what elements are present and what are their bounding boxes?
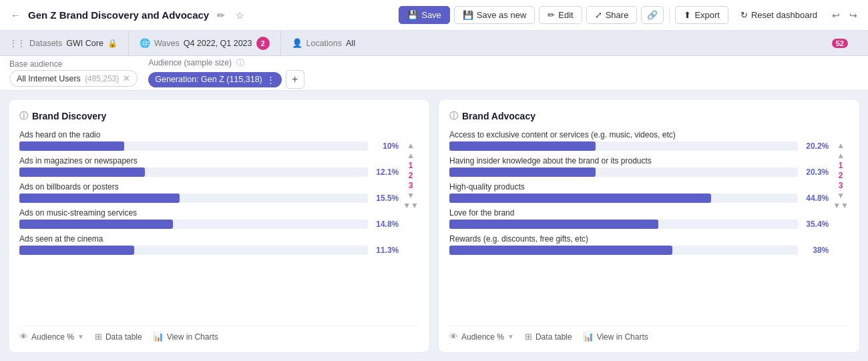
bar-label: Rewards (e.g. discounts, free gifts, etc… (449, 234, 829, 244)
bar-item: Ads seen at the cinema 11.3% (19, 234, 399, 255)
sort-up-arrow2[interactable]: ▲ (407, 151, 415, 160)
ba-sort-up-arrow[interactable]: ▲ (837, 141, 845, 150)
bar-row: 20.2% (449, 141, 829, 151)
ba-data-table-button[interactable]: ⊞ Data table (525, 332, 572, 342)
bar-label: Having insider knowledge about the brand… (449, 156, 829, 165)
brand-discovery-title: ⓘ Brand Discovery (19, 110, 419, 122)
bar-track (449, 246, 798, 255)
bar-item: Love for the brand 35.4% (449, 208, 829, 229)
bar-pct: 15.5% (373, 194, 399, 203)
bar-row: 10% (19, 141, 399, 151)
bar-fill (449, 167, 596, 177)
divider (669, 9, 670, 22)
bar-label: Ads seen at the cinema (19, 234, 399, 244)
save-button[interactable]: 💾 Save (399, 6, 450, 24)
brand-advocacy-info-icon: ⓘ (449, 110, 458, 122)
bar-track (19, 246, 368, 255)
bar-track (19, 167, 368, 177)
bar-item: Ads on music-streaming services 14.8% (19, 208, 399, 229)
ba-data-table-icon: ⊞ (525, 332, 532, 342)
bar-fill (19, 194, 180, 203)
link-button[interactable]: 🔗 (641, 6, 664, 24)
add-audience-button[interactable]: + (286, 70, 304, 89)
redo-icon: ↪ (849, 10, 857, 21)
share-button[interactable]: ⤢ Share (586, 6, 638, 24)
bd-data-table-button[interactable]: ⊞ Data table (95, 332, 142, 342)
edit-title-button[interactable]: ✏ (214, 9, 228, 22)
bar-track (449, 167, 798, 177)
datasets-section: ⋮⋮ Datasets GWI Core 🔒 (9, 31, 129, 55)
bar-fill (449, 194, 711, 203)
bar-item: Having insider knowledge about the brand… (449, 156, 829, 177)
bar-pct: 14.8% (373, 220, 399, 229)
bd-audience-pct-button[interactable]: 👁 Audience % ▼ (19, 332, 84, 342)
view-charts-icon: 📊 (153, 332, 164, 342)
undo-icon: ↩ (832, 10, 840, 21)
redo-button[interactable]: ↪ (847, 9, 860, 22)
bar-item: Rewards (e.g. discounts, free gifts, etc… (449, 234, 829, 255)
star-button[interactable]: ☆ (233, 9, 247, 22)
ba-view-charts-icon: 📊 (583, 332, 594, 342)
bar-row: 38% (449, 246, 829, 255)
audience-more-icon[interactable]: ⋮ (266, 75, 275, 85)
save-as-new-button[interactable]: 💾 Save as new (454, 6, 535, 24)
brand-advocacy-chart: Access to exclusive content or services … (449, 130, 849, 326)
save-as-icon: 💾 (463, 10, 473, 20)
undo-button[interactable]: ↩ (829, 9, 843, 22)
bar-row: 14.8% (19, 220, 399, 229)
ba-audience-pct-button[interactable]: 👁 Audience % ▼ (449, 332, 514, 342)
bar-fill (449, 141, 596, 151)
ba-sort-down-arrow[interactable]: ▼ (837, 191, 845, 200)
export-icon: ⬆ (684, 10, 691, 20)
sort-down-arrow2[interactable]: ▼▼ (403, 201, 419, 210)
link-icon: 🔗 (647, 10, 658, 20)
remove-base-icon[interactable]: ✕ (123, 73, 130, 83)
locations-badge: 52 (832, 39, 848, 48)
bar-fill (449, 246, 672, 255)
bar-item: Access to exclusive content or services … (449, 130, 829, 151)
brand-discovery-card: ⓘ Brand Discovery Ads heard on the radio… (8, 99, 430, 353)
bar-item: Ads on billboards or posters 15.5% (19, 182, 399, 203)
edit-title-icon: ✏ (217, 10, 225, 21)
page-title: Gen Z Brand Discovery and Advocacy (28, 9, 209, 21)
sort-down-arrow[interactable]: ▼ (407, 191, 415, 200)
datasets-grid-icon: ⋮⋮ (9, 39, 25, 48)
bar-item: Ads in magazines or newspapers 12.1% (19, 156, 399, 177)
bd-view-charts-button[interactable]: 📊 View in Charts (153, 332, 218, 342)
sample-audience-section: Audience (sample size) ⓘ Generation: Gen… (148, 57, 304, 89)
bar-row: 20.3% (449, 167, 829, 177)
locations-section[interactable]: 👤 Locations All 52 (281, 31, 859, 55)
reset-button[interactable]: ↻ Reset dashboard (732, 7, 825, 23)
export-button[interactable]: ⬆ Export (675, 6, 728, 24)
add-icon: + (292, 73, 298, 85)
bar-label: Ads on music-streaming services (19, 208, 399, 218)
back-button[interactable]: ← (8, 9, 23, 22)
bar-row: 12.1% (19, 167, 399, 177)
main-content: ⓘ Brand Discovery Ads heard on the radio… (0, 91, 868, 361)
bar-fill (449, 220, 658, 229)
base-audience-chip[interactable]: All Internet Users (485,253) ✕ (9, 70, 138, 87)
bar-item: High-quality products 44.8% (449, 182, 829, 203)
audience-chip[interactable]: Generation: Gen Z (115,318) ⋮ (148, 72, 282, 87)
data-table-icon: ⊞ (95, 332, 102, 342)
edit-icon: ✏ (548, 10, 555, 20)
bar-fill (19, 167, 145, 177)
bar-fill (19, 141, 124, 151)
bar-pct: 35.4% (803, 220, 829, 229)
bar-label: Love for the brand (449, 208, 829, 218)
bar-pct: 38% (803, 246, 829, 255)
sample-label: Audience (sample size) ⓘ (148, 57, 304, 69)
bar-pct: 10% (373, 141, 399, 151)
share-icon: ⤢ (595, 10, 602, 20)
waves-section[interactable]: 🌐 Waves Q4 2022, Q1 2023 2 (129, 31, 281, 55)
ba-sort-up-arrow2[interactable]: ▲ (837, 151, 845, 160)
ba-view-charts-button[interactable]: 📊 View in Charts (583, 332, 648, 342)
audience-pct-chevron: ▼ (77, 333, 84, 340)
edit-button[interactable]: ✏ Edit (539, 6, 582, 24)
bar-label: High-quality products (449, 182, 829, 192)
ba-sort-down-arrow2[interactable]: ▼▼ (833, 201, 849, 210)
bar-row: 44.8% (449, 194, 829, 203)
waves-globe-icon: 🌐 (140, 38, 150, 48)
sort-up-arrow[interactable]: ▲ (407, 141, 415, 150)
ba-audience-pct-icon: 👁 (449, 332, 458, 342)
